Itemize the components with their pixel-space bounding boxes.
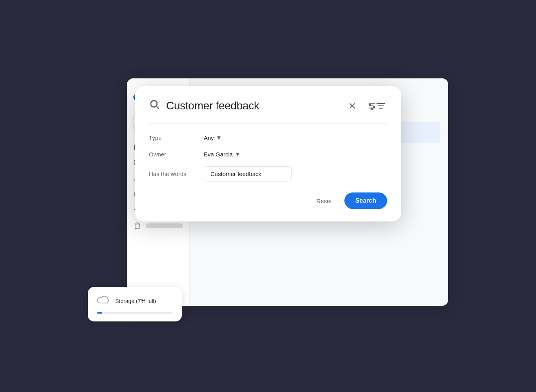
storage-bar-track <box>97 312 172 314</box>
owner-field-row: Owner Eva Garcia ▾ <box>149 150 387 158</box>
storage-info-row: Storage (7% full) <box>97 295 172 307</box>
trash-icon <box>133 222 141 230</box>
type-dropdown-arrow: ▾ <box>217 133 221 142</box>
words-field-row: Has the words Customer feedback <box>149 166 387 181</box>
reset-button[interactable]: Reset <box>310 194 338 208</box>
storage-label: Storage (7% full) <box>115 298 156 304</box>
storage-bar-fill <box>97 312 102 314</box>
search-icon <box>149 99 160 113</box>
filter-lines-icon <box>376 102 386 110</box>
words-input[interactable]: Customer feedback <box>204 166 292 181</box>
owner-label: Owner <box>149 151 196 158</box>
sidebar-trash-label <box>146 223 183 228</box>
search-actions: Reset Search <box>149 192 387 209</box>
owner-select[interactable]: Eva Garcia ▾ <box>204 150 239 158</box>
storage-card: Storage (7% full) <box>88 287 182 321</box>
search-fields: Type Any ▾ Owner Eva Garcia ▾ Has the wo… <box>149 133 387 181</box>
type-value: Any <box>204 134 214 141</box>
owner-value: Eva Garcia <box>204 151 233 158</box>
type-label: Type <box>149 134 196 141</box>
search-modal: Customer feedback <box>135 86 401 221</box>
search-header: Customer feedback <box>149 99 387 113</box>
search-close-button[interactable] <box>346 100 358 112</box>
svg-line-22 <box>156 106 158 108</box>
search-button[interactable]: Search <box>344 192 387 209</box>
type-select[interactable]: Any ▾ <box>204 133 221 142</box>
type-field-row: Type Any ▾ <box>149 133 387 142</box>
owner-dropdown-arrow: ▾ <box>236 150 239 158</box>
search-query-text: Customer feedback <box>166 100 340 112</box>
search-filter-button[interactable] <box>366 100 387 112</box>
cloud-icon <box>97 295 110 307</box>
search-divider <box>149 123 387 124</box>
words-label: Has the words <box>149 171 196 177</box>
